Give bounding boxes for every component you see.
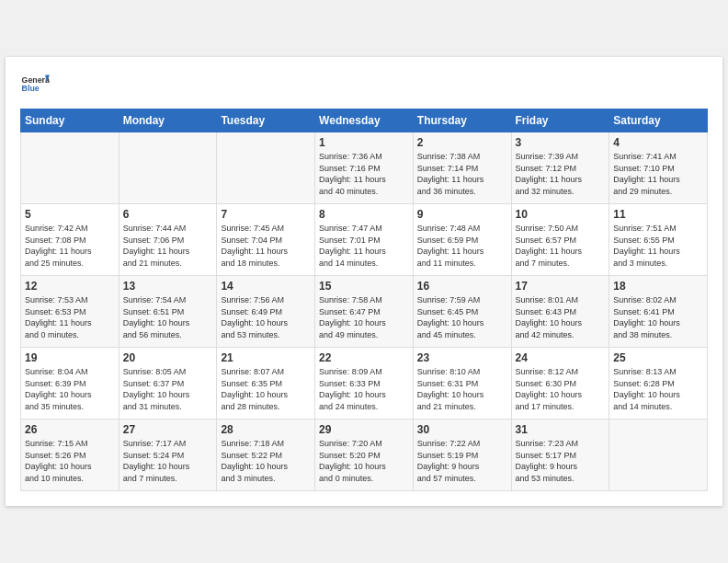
calendar-table: SundayMondayTuesdayWednesdayThursdayFrid… xyxy=(20,109,708,491)
day-number: 12 xyxy=(25,280,115,293)
calendar-cell: 18Sunrise: 8:02 AMSunset: 6:41 PMDayligh… xyxy=(609,276,708,348)
calendar-cell: 17Sunrise: 8:01 AMSunset: 6:43 PMDayligh… xyxy=(511,276,609,348)
day-info: Sunrise: 8:05 AMSunset: 6:37 PMDaylight:… xyxy=(123,366,213,412)
calendar-cell: 23Sunrise: 8:10 AMSunset: 6:31 PMDayligh… xyxy=(413,348,511,419)
day-number: 2 xyxy=(417,136,507,149)
day-info: Sunrise: 8:10 AMSunset: 6:31 PMDaylight:… xyxy=(417,366,507,412)
day-number: 25 xyxy=(613,351,703,364)
day-header-saturday: Saturday xyxy=(609,109,708,132)
calendar-cell: 16Sunrise: 7:59 AMSunset: 6:45 PMDayligh… xyxy=(413,276,511,348)
day-info: Sunrise: 7:50 AMSunset: 6:57 PMDaylight:… xyxy=(516,223,606,269)
calendar-cell: 10Sunrise: 7:50 AMSunset: 6:57 PMDayligh… xyxy=(511,204,609,276)
day-info: Sunrise: 7:48 AMSunset: 6:59 PMDaylight:… xyxy=(417,223,507,269)
day-header-tuesday: Tuesday xyxy=(217,109,315,132)
day-number: 27 xyxy=(123,423,213,436)
day-info: Sunrise: 7:45 AMSunset: 7:04 PMDaylight:… xyxy=(221,223,311,269)
day-number: 14 xyxy=(221,280,311,293)
day-info: Sunrise: 7:18 AMSunset: 5:22 PMDaylight:… xyxy=(221,438,311,484)
day-info: Sunrise: 7:36 AMSunset: 7:16 PMDaylight:… xyxy=(319,151,409,197)
day-info: Sunrise: 7:23 AMSunset: 5:17 PMDaylight:… xyxy=(516,438,606,484)
calendar-cell: 3Sunrise: 7:39 AMSunset: 7:12 PMDaylight… xyxy=(511,132,609,204)
calendar-cell: 12Sunrise: 7:53 AMSunset: 6:53 PMDayligh… xyxy=(21,276,119,348)
day-info: Sunrise: 7:44 AMSunset: 7:06 PMDaylight:… xyxy=(123,223,213,269)
week-row-1: 1Sunrise: 7:36 AMSunset: 7:16 PMDaylight… xyxy=(21,132,708,204)
calendar-cell: 24Sunrise: 8:12 AMSunset: 6:30 PMDayligh… xyxy=(511,348,609,419)
logo: General Blue xyxy=(20,72,50,98)
day-info: Sunrise: 7:39 AMSunset: 7:12 PMDaylight:… xyxy=(516,151,606,197)
day-info: Sunrise: 8:01 AMSunset: 6:43 PMDaylight:… xyxy=(516,294,606,340)
calendar-cell: 5Sunrise: 7:42 AMSunset: 7:08 PMDaylight… xyxy=(21,204,119,276)
calendar-cell: 27Sunrise: 7:17 AMSunset: 5:24 PMDayligh… xyxy=(119,419,217,491)
calendar-cell xyxy=(119,132,217,204)
week-row-5: 26Sunrise: 7:15 AMSunset: 5:26 PMDayligh… xyxy=(21,419,708,491)
day-info: Sunrise: 7:56 AMSunset: 6:49 PMDaylight:… xyxy=(221,294,311,340)
day-number: 18 xyxy=(613,280,703,293)
day-number: 31 xyxy=(516,423,606,436)
svg-text:Blue: Blue xyxy=(22,84,40,93)
day-number: 8 xyxy=(319,208,409,221)
calendar-cell xyxy=(21,132,119,204)
day-info: Sunrise: 7:47 AMSunset: 7:01 PMDaylight:… xyxy=(319,223,409,269)
logo-icon: General Blue xyxy=(20,72,50,98)
calendar-cell: 26Sunrise: 7:15 AMSunset: 5:26 PMDayligh… xyxy=(21,419,119,491)
calendar-container: General Blue SundayMondayTuesdayWednesda… xyxy=(6,57,722,506)
calendar-cell: 31Sunrise: 7:23 AMSunset: 5:17 PMDayligh… xyxy=(511,419,609,491)
day-info: Sunrise: 7:42 AMSunset: 7:08 PMDaylight:… xyxy=(25,223,115,269)
day-header-wednesday: Wednesday xyxy=(315,109,414,132)
day-number: 5 xyxy=(25,208,115,221)
day-header-sunday: Sunday xyxy=(21,109,119,132)
day-info: Sunrise: 8:13 AMSunset: 6:28 PMDaylight:… xyxy=(613,366,703,412)
calendar-cell: 8Sunrise: 7:47 AMSunset: 7:01 PMDaylight… xyxy=(315,204,414,276)
day-info: Sunrise: 8:02 AMSunset: 6:41 PMDaylight:… xyxy=(613,294,703,340)
calendar-header: General Blue xyxy=(20,72,708,98)
calendar-cell: 19Sunrise: 8:04 AMSunset: 6:39 PMDayligh… xyxy=(21,348,119,419)
calendar-cell: 7Sunrise: 7:45 AMSunset: 7:04 PMDaylight… xyxy=(217,204,315,276)
week-row-4: 19Sunrise: 8:04 AMSunset: 6:39 PMDayligh… xyxy=(21,348,708,419)
day-number: 30 xyxy=(417,423,507,436)
day-info: Sunrise: 8:07 AMSunset: 6:35 PMDaylight:… xyxy=(221,366,311,412)
day-header-monday: Monday xyxy=(119,109,217,132)
svg-text:General: General xyxy=(22,75,50,85)
calendar-cell xyxy=(609,419,708,491)
day-number: 24 xyxy=(516,351,606,364)
calendar-cell xyxy=(217,132,315,204)
day-info: Sunrise: 7:38 AMSunset: 7:14 PMDaylight:… xyxy=(417,151,507,197)
calendar-cell: 14Sunrise: 7:56 AMSunset: 6:49 PMDayligh… xyxy=(217,276,315,348)
day-info: Sunrise: 7:15 AMSunset: 5:26 PMDaylight:… xyxy=(25,438,115,484)
day-number: 9 xyxy=(417,208,507,221)
day-number: 23 xyxy=(417,351,507,364)
day-info: Sunrise: 7:22 AMSunset: 5:19 PMDaylight:… xyxy=(417,438,507,484)
calendar-cell: 25Sunrise: 8:13 AMSunset: 6:28 PMDayligh… xyxy=(609,348,708,419)
day-number: 4 xyxy=(613,136,703,149)
day-header-friday: Friday xyxy=(511,109,609,132)
calendar-cell: 13Sunrise: 7:54 AMSunset: 6:51 PMDayligh… xyxy=(119,276,217,348)
calendar-cell: 30Sunrise: 7:22 AMSunset: 5:19 PMDayligh… xyxy=(413,419,511,491)
calendar-cell: 28Sunrise: 7:18 AMSunset: 5:22 PMDayligh… xyxy=(217,419,315,491)
calendar-cell: 4Sunrise: 7:41 AMSunset: 7:10 PMDaylight… xyxy=(609,132,708,204)
day-info: Sunrise: 7:20 AMSunset: 5:20 PMDaylight:… xyxy=(319,438,409,484)
day-number: 20 xyxy=(123,351,213,364)
calendar-cell: 21Sunrise: 8:07 AMSunset: 6:35 PMDayligh… xyxy=(217,348,315,419)
day-number: 15 xyxy=(319,280,409,293)
week-row-2: 5Sunrise: 7:42 AMSunset: 7:08 PMDaylight… xyxy=(21,204,708,276)
calendar-cell: 1Sunrise: 7:36 AMSunset: 7:16 PMDaylight… xyxy=(315,132,414,204)
calendar-cell: 20Sunrise: 8:05 AMSunset: 6:37 PMDayligh… xyxy=(119,348,217,419)
day-number: 16 xyxy=(417,280,507,293)
day-number: 21 xyxy=(221,351,311,364)
day-number: 11 xyxy=(613,208,703,221)
day-number: 6 xyxy=(123,208,213,221)
calendar-cell: 29Sunrise: 7:20 AMSunset: 5:20 PMDayligh… xyxy=(315,419,414,491)
week-row-3: 12Sunrise: 7:53 AMSunset: 6:53 PMDayligh… xyxy=(21,276,708,348)
calendar-cell: 22Sunrise: 8:09 AMSunset: 6:33 PMDayligh… xyxy=(315,348,414,419)
day-info: Sunrise: 7:58 AMSunset: 6:47 PMDaylight:… xyxy=(319,294,409,340)
day-number: 26 xyxy=(25,423,115,436)
calendar-cell: 6Sunrise: 7:44 AMSunset: 7:06 PMDaylight… xyxy=(119,204,217,276)
day-info: Sunrise: 7:54 AMSunset: 6:51 PMDaylight:… xyxy=(123,294,213,340)
day-number: 1 xyxy=(319,136,409,149)
day-info: Sunrise: 7:17 AMSunset: 5:24 PMDaylight:… xyxy=(123,438,213,484)
day-number: 19 xyxy=(25,351,115,364)
day-number: 22 xyxy=(319,351,409,364)
day-number: 28 xyxy=(221,423,311,436)
day-number: 17 xyxy=(516,280,606,293)
day-info: Sunrise: 8:04 AMSunset: 6:39 PMDaylight:… xyxy=(25,366,115,412)
